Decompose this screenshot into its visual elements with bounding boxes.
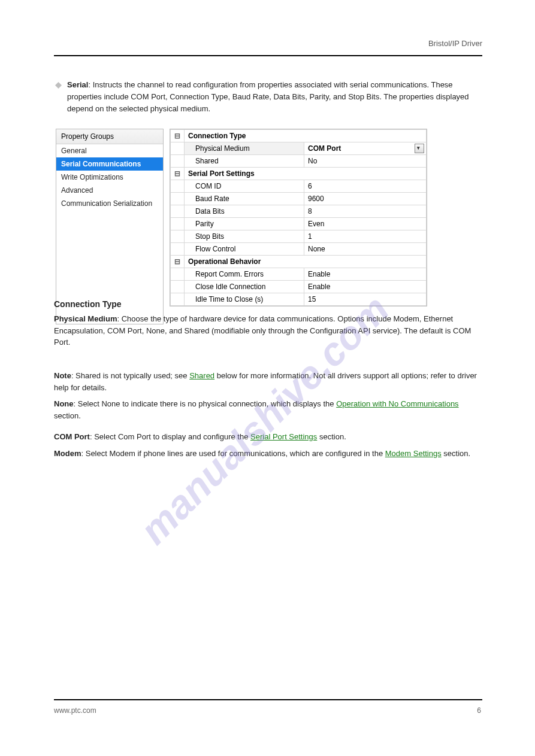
- lead-bold: Serial: [67, 80, 88, 89]
- row-report-comm-errors[interactable]: Report Comm. ErrorsEnable: [171, 268, 427, 281]
- sidebar-header: Property Groups: [56, 129, 163, 144]
- rule-bottom: [54, 699, 482, 700]
- paragraph-com-port: COM Port: Select Com Port to display and…: [54, 431, 482, 459]
- rule-top: [54, 55, 482, 56]
- sidebar-item-advanced[interactable]: Advanced: [56, 184, 163, 197]
- collapse-icon[interactable]: ⊟: [171, 168, 185, 180]
- collapse-icon[interactable]: ⊟: [171, 256, 185, 268]
- row-close-idle-connection[interactable]: Close Idle ConnectionEnable: [171, 281, 427, 293]
- collapse-icon[interactable]: ⊟: [171, 130, 185, 142]
- lead-paragraph: Serial: Instructs the channel to read co…: [67, 79, 482, 115]
- bullet-icon: [55, 82, 62, 89]
- section-connection-type-text: Connection Type Physical Medium: Choose …: [54, 298, 482, 348]
- sidebar-item-general[interactable]: General: [56, 144, 163, 157]
- row-com-id[interactable]: COM ID6: [171, 180, 427, 193]
- row-flow-control[interactable]: Flow ControlNone: [171, 243, 427, 256]
- label-physical-medium: Physical Medium: [54, 314, 117, 323]
- lead-text: : Instructs the channel to read configur…: [67, 80, 469, 113]
- row-parity[interactable]: ParityEven: [171, 218, 427, 230]
- row-data-bits[interactable]: Data Bits8: [171, 205, 427, 218]
- properties-dialog: Property Groups General Serial Communica…: [56, 129, 427, 324]
- row-baud-rate[interactable]: Baud Rate9600: [171, 193, 427, 205]
- property-grid: ⊟Connection Type Physical MediumCOM Port…: [170, 129, 427, 306]
- svg-marker-0: [55, 82, 62, 89]
- link-shared[interactable]: Shared: [189, 371, 214, 380]
- header-right: Bristol/IP Driver: [428, 39, 482, 48]
- page-header: Bristol/IP Driver: [54, 39, 482, 48]
- link-operation-no-comms[interactable]: Operation with No Communications: [336, 399, 458, 408]
- sidebar-item-serial-communications[interactable]: Serial Communications: [56, 157, 163, 171]
- sidebar-item-write-optimizations[interactable]: Write Optimizations: [56, 171, 163, 184]
- section-serial-port-settings[interactable]: ⊟Serial Port Settings: [171, 168, 427, 180]
- section-operational-behavior[interactable]: ⊟Operational Behavior: [171, 256, 427, 268]
- row-physical-medium[interactable]: Physical MediumCOM Port: [171, 142, 427, 155]
- section-connection-type[interactable]: ⊟Connection Type: [171, 130, 427, 142]
- property-groups-sidebar: Property Groups General Serial Communica…: [56, 129, 164, 324]
- page-number: 6: [477, 706, 481, 715]
- dropdown-icon[interactable]: [415, 144, 424, 153]
- row-stop-bits[interactable]: Stop Bits1: [171, 230, 427, 243]
- footer-url: www.ptc.com: [54, 706, 96, 715]
- heading-connection-type: Connection Type: [54, 298, 482, 311]
- sidebar-item-communication-serialization[interactable]: Communication Serialization: [56, 197, 163, 210]
- note-shared: Note: Shared is not typically used; see …: [54, 370, 482, 421]
- link-modem-settings[interactable]: Modem Settings: [385, 449, 442, 458]
- link-serial-port-settings[interactable]: Serial Port Settings: [250, 432, 317, 441]
- row-shared[interactable]: SharedNo: [171, 155, 427, 168]
